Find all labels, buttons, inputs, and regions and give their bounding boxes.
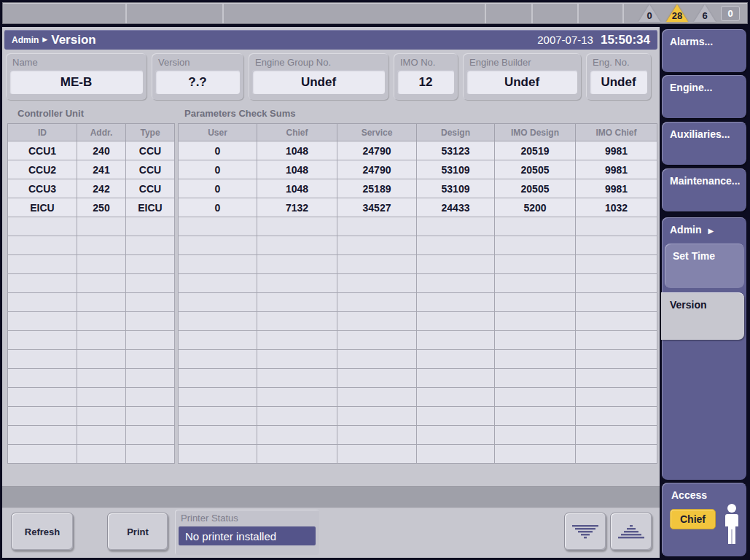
table-cell: 53109: [417, 160, 495, 179]
status-segment: [533, 3, 579, 23]
table-row: [179, 331, 657, 350]
page-up-button[interactable]: [610, 513, 652, 551]
table-cell: CCU3: [8, 179, 77, 198]
table-group-headers: Controller Unit Parameters Check Sums: [7, 103, 656, 123]
alarm-count-indicator-active[interactable]: 28: [665, 4, 689, 23]
table-cell: [77, 407, 126, 426]
table-cell: [126, 331, 175, 350]
alarm-count: 6: [693, 10, 716, 21]
table-cell: 1048: [257, 179, 337, 198]
table-cell: [257, 426, 337, 445]
field-value: 12: [397, 70, 454, 94]
table-cell: [495, 312, 576, 331]
table-cell: [126, 217, 175, 236]
sidebar-item-engine[interactable]: Engine...: [662, 75, 746, 118]
access-panel: Access Chief: [662, 483, 746, 556]
sidebar-item-maintenance[interactable]: Maintenance...: [662, 168, 746, 211]
bottom-toolbar: Refresh Print Printer Status No printer …: [2, 508, 660, 558]
print-button[interactable]: Print: [107, 513, 168, 551]
table-row: 07132345272443352001032: [179, 198, 657, 217]
table-cell: [179, 369, 257, 388]
table-cell: CCU1: [8, 141, 77, 160]
table-cell: [495, 388, 576, 407]
table-cell: [126, 274, 175, 293]
table-cell: [77, 426, 126, 445]
table-cell: [257, 312, 337, 331]
table-cell: [126, 293, 175, 312]
table-row: [179, 293, 657, 312]
table-cell: 53123: [417, 141, 495, 160]
table-cell: [576, 388, 657, 407]
table-cell: [576, 407, 657, 426]
sidebar-item-auxiliaries[interactable]: Auxiliaries...: [662, 122, 746, 165]
table-row: [8, 350, 175, 369]
table-cell: [179, 350, 257, 369]
access-level-badge[interactable]: Chief: [670, 509, 716, 529]
column-header: Addr.: [77, 124, 126, 141]
table-cell: 241: [77, 160, 126, 179]
table-row: [8, 312, 175, 331]
refresh-button[interactable]: Refresh: [11, 513, 74, 551]
table-row: CCU1240CCU: [8, 141, 175, 160]
table-cell: [337, 293, 417, 312]
table-cell: 20505: [495, 179, 576, 198]
table-cell: [576, 255, 657, 274]
table-cell: [8, 350, 77, 369]
table-cell: 24790: [337, 160, 417, 179]
table-cell: [257, 274, 337, 293]
table-cell: [179, 217, 257, 236]
alarm-count-indicator[interactable]: 6: [693, 4, 716, 23]
table-cell: [8, 217, 77, 236]
alarm-count-box[interactable]: 0: [721, 6, 740, 21]
table-cell: [495, 274, 576, 293]
table-cell: 0: [179, 141, 257, 160]
status-segment: [486, 3, 533, 23]
table-cell: 53109: [417, 179, 495, 198]
table-cell: [77, 350, 126, 369]
person-icon: [722, 503, 741, 545]
table-row: [8, 255, 175, 274]
column-header: User: [179, 124, 257, 141]
table-cell: [179, 388, 257, 407]
table-row: [8, 369, 175, 388]
table-cell: [576, 236, 657, 255]
table-cell: 5200: [495, 198, 576, 217]
page-down-button[interactable]: [564, 513, 606, 551]
alarm-count-indicator[interactable]: 0: [638, 4, 661, 23]
table-cell: 24790: [337, 141, 417, 160]
table-cell: [337, 255, 417, 274]
table-cell: [495, 236, 576, 255]
table-row: [8, 217, 175, 236]
table-cell: [337, 312, 417, 331]
printer-status-label: Printer Status: [179, 512, 316, 526]
info-card-name: Name ME-B: [6, 53, 147, 100]
column-header: Design: [417, 124, 495, 141]
table-row: CCU2241CCU: [8, 160, 175, 179]
table-cell: [576, 350, 657, 369]
table-cell: [8, 331, 77, 350]
table-cell: [417, 350, 495, 369]
status-segment: [127, 3, 224, 23]
table-cell: [77, 274, 126, 293]
table-cell: [77, 331, 126, 350]
field-value: Undef: [590, 70, 647, 94]
sidebar-item-version-selected[interactable]: Version: [661, 292, 744, 340]
table-row: 010482479053123205199981: [179, 141, 657, 160]
sidebar-item-alarms[interactable]: Alarms...: [662, 29, 746, 72]
admin-menu-label: Admin: [670, 224, 702, 236]
table-cell: CCU2: [8, 160, 77, 179]
sidebar-item-set-time[interactable]: Set Time: [665, 244, 744, 288]
table-cell: [126, 426, 175, 445]
table-cell: [126, 312, 175, 331]
group-header-parameters-check-sums: Parameters Check Sums: [177, 108, 295, 119]
table-cell: [495, 217, 576, 236]
sidebar-item-admin[interactable]: Admin ▶: [662, 217, 746, 236]
table-cell: 0: [179, 179, 257, 198]
table-cell: [495, 255, 576, 274]
field-label: Name: [9, 56, 143, 70]
table-cell: [257, 445, 337, 464]
table-cell: [8, 293, 77, 312]
info-card-eng-no: Eng. No. Undef: [586, 53, 651, 100]
page-title: Version: [51, 33, 95, 47]
table-cell: 9981: [576, 179, 657, 198]
